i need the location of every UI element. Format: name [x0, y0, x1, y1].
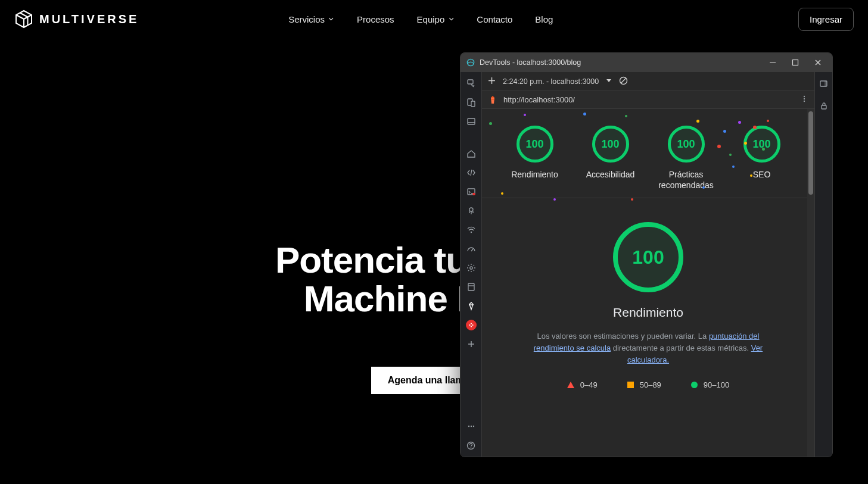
circle-icon — [691, 382, 698, 388]
gauge-performance[interactable]: 100 Rendimiento — [502, 126, 568, 191]
window-close-button[interactable] — [810, 55, 826, 70]
lighthouse-icon[interactable] — [466, 301, 477, 311]
report-url[interactable]: http://localhost:3000/ — [503, 95, 575, 104]
gauge-score: 100 — [743, 126, 780, 163]
report-timestamp[interactable]: 2:24:20 p.m. - localhost:3000 — [503, 77, 599, 86]
lighthouse-report: 100 Rendimiento 100 Accesibilidad 100 Pr… — [482, 109, 814, 457]
performance-description: Los valores son estimaciones y pueden va… — [520, 330, 776, 366]
svg-point-11 — [472, 193, 475, 196]
nav-contacto[interactable]: Contacto — [477, 14, 512, 24]
score-legend: 0–49 50–89 90–100 — [500, 380, 797, 389]
devtools-titlebar[interactable]: DevTools - localhost:3000/blog — [461, 53, 832, 72]
svg-rect-8 — [468, 118, 475, 124]
gauge-label: SEO — [753, 170, 771, 180]
top-nav: MULTIVERSE Servicios Procesos Equipo Con… — [0, 0, 868, 38]
nav-procesos[interactable]: Procesos — [357, 14, 394, 24]
lighthouse-toolbar: 2:24:20 p.m. - localhost:3000 — [482, 72, 814, 91]
svg-point-27 — [804, 96, 805, 97]
legend-low: 0–49 — [567, 380, 598, 389]
gauge-label: Accesibilidad — [586, 170, 635, 180]
legend-mid-label: 50–89 — [640, 380, 661, 389]
nav-contacto-label: Contacto — [477, 14, 512, 24]
svg-point-21 — [472, 426, 474, 427]
svg-point-15 — [469, 267, 472, 269]
desc-text: directamente a partir de estas métricas. — [611, 344, 751, 352]
gauge-score: 100 — [592, 126, 629, 163]
brand-logo[interactable]: MULTIVERSE — [14, 10, 139, 29]
dock-icon[interactable] — [819, 78, 829, 89]
gauge-label: Prácticas recomendadas — [658, 170, 714, 191]
svg-point-28 — [804, 98, 805, 99]
brand-text: MULTIVERSE — [39, 13, 139, 26]
lock-icon[interactable] — [819, 101, 829, 111]
logo-icon — [14, 10, 33, 29]
elements-icon[interactable] — [466, 167, 477, 178]
nav-equipo-label: Equipo — [417, 14, 445, 24]
scroll-thumb[interactable] — [808, 111, 813, 195]
add-panel-icon[interactable] — [466, 339, 477, 349]
devtools-left-rail — [461, 72, 482, 457]
gauge-label: Rendimiento — [511, 170, 558, 180]
gauge-score: 100 — [668, 126, 705, 163]
gauge-seo[interactable]: 100 SEO — [729, 126, 795, 191]
devtools-app-icon — [466, 58, 475, 67]
svg-point-23 — [471, 447, 472, 448]
svg-point-13 — [470, 232, 471, 233]
svg-rect-4 — [793, 60, 798, 65]
score-summary-row: 100 Rendimiento 100 Accesibilidad 100 Pr… — [482, 109, 814, 198]
devtools-window: DevTools - localhost:3000/blog — [460, 52, 833, 457]
nav-links: Servicios Procesos Equipo Contacto Blog — [288, 14, 553, 24]
window-maximize-button[interactable] — [787, 55, 804, 70]
application-icon[interactable] — [466, 282, 477, 292]
console-icon[interactable] — [466, 186, 477, 197]
nav-procesos-label: Procesos — [357, 14, 394, 24]
window-minimize-button[interactable] — [764, 55, 781, 70]
svg-line-14 — [471, 249, 473, 251]
panel-icon[interactable] — [466, 116, 477, 127]
svg-rect-5 — [468, 80, 473, 84]
home-icon[interactable] — [466, 148, 477, 159]
report-menu-icon[interactable] — [800, 95, 808, 105]
svg-point-19 — [468, 426, 469, 427]
svg-rect-16 — [468, 283, 474, 291]
legend-low-label: 0–49 — [580, 380, 598, 389]
more-icon[interactable] — [466, 421, 477, 432]
gauge-best-practices[interactable]: 100 Prácticas recomendadas — [654, 126, 719, 191]
devtools-title: DevTools - localhost:3000/blog — [480, 58, 581, 67]
record-icon[interactable] — [466, 320, 477, 330]
desc-text: Los valores son estimaciones y pueden va… — [537, 332, 709, 341]
svg-point-20 — [470, 426, 471, 427]
devtools-right-rail — [814, 72, 832, 457]
triangle-icon — [567, 382, 574, 388]
performance-detail: 100 Rendimiento Los valores son estimaci… — [482, 198, 814, 401]
svg-point-12 — [469, 208, 473, 211]
nav-servicios[interactable]: Servicios — [288, 14, 334, 24]
clear-button[interactable] — [619, 76, 628, 87]
gauge-score: 100 — [517, 126, 553, 163]
legend-high: 90–100 — [691, 380, 729, 389]
settings-gear-icon[interactable] — [466, 263, 477, 273]
performance-big-score: 100 — [613, 222, 683, 292]
device-icon[interactable] — [466, 97, 477, 108]
svg-rect-7 — [471, 101, 475, 107]
performance-big-title: Rendimiento — [500, 305, 797, 320]
login-button[interactable]: Ingresar — [798, 8, 854, 31]
network-icon[interactable] — [466, 224, 477, 235]
chevron-down-icon — [448, 16, 454, 22]
help-icon[interactable] — [466, 440, 477, 451]
svg-line-25 — [621, 78, 626, 83]
legend-high-label: 90–100 — [704, 380, 729, 389]
nav-blog-label: Blog — [535, 14, 553, 24]
report-dropdown-icon[interactable] — [606, 77, 612, 86]
svg-point-29 — [804, 101, 805, 102]
new-report-button[interactable] — [488, 77, 496, 86]
performance-icon[interactable] — [466, 243, 477, 254]
report-scrollbar[interactable] — [807, 109, 814, 457]
nav-blog[interactable]: Blog — [535, 14, 553, 24]
gauge-accessibility[interactable]: 100 Accesibilidad — [578, 126, 643, 191]
nav-equipo[interactable]: Equipo — [417, 14, 455, 24]
legend-mid: 50–89 — [627, 380, 661, 389]
inspect-icon[interactable] — [466, 78, 477, 89]
sources-icon[interactable] — [466, 205, 477, 216]
lighthouse-badge-icon — [488, 95, 497, 105]
